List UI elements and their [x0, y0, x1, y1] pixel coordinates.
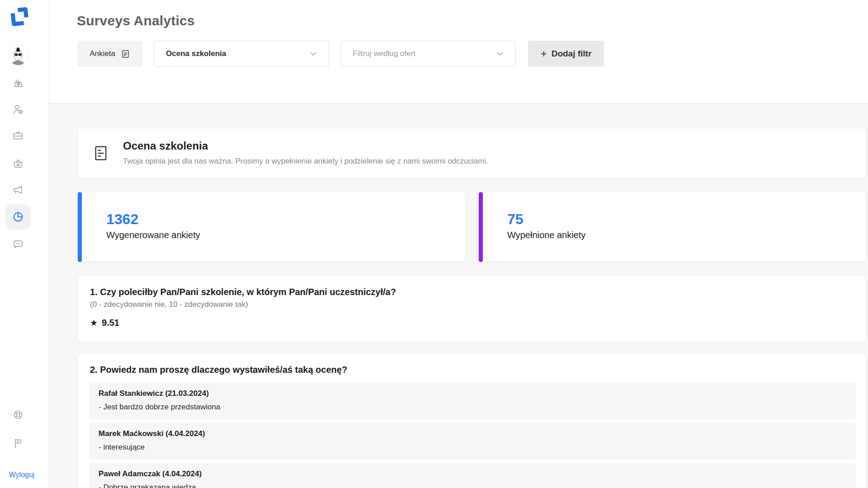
pie-chart-icon [12, 211, 24, 223]
answer-author: Marek Maćkowski (4.04.2024) [99, 429, 205, 438]
survey-type-chip[interactable]: Ankieta [77, 41, 142, 67]
answer-author: Rafał Stankiewicz (21.03.2024) [99, 389, 209, 398]
question-1-card: 1. Czy poleciłby Pan/Pani szkolenie, w k… [77, 276, 867, 343]
offers-filter-placeholder: Filtruj według ofert [353, 49, 496, 58]
survey-description: Twoja opinia jest dla nas ważna. Prosimy… [123, 157, 488, 166]
survey-document-icon [94, 145, 108, 162]
sidebar-item-analytics[interactable] [5, 204, 31, 230]
answer-text: - interesujące [99, 443, 145, 452]
logout-link[interactable]: Wyloguj [0, 471, 43, 479]
stat-card-completed: 75 Wypełnione ankiety [478, 192, 867, 262]
user-avatar[interactable] [8, 45, 28, 66]
answer-text: - Jest bardzo dobrze przedstawiona [99, 403, 220, 412]
question-title: 1. Czy poleciłby Pan/Pani szkolenie, w k… [90, 287, 396, 297]
question-rating: ★ 9.51 [90, 318, 119, 328]
answer-row: Marek Maćkowski (4.04.2024) - interesują… [89, 423, 856, 460]
plus-icon: + [541, 48, 547, 59]
surveys-analytics-page: Wyloguj Surveys Analytics Ankieta Ocena … [0, 0, 868, 488]
chevron-down-icon [310, 52, 317, 56]
survey-header-card: Ocena szkolenia Twoja opinia jest dla na… [77, 128, 867, 178]
answer-author: Paweł Adamczak (4.04.2024) [99, 469, 202, 479]
app-logo-icon[interactable] [8, 6, 30, 28]
sidebar-item-megaphone-icon[interactable] [12, 183, 24, 196]
question-2-card: 2. Powiedz nam proszę dlaczego wystawiłe… [77, 353, 867, 488]
survey-select-value: Ocena szkolenia [166, 49, 310, 58]
stat-label: Wypełnione ankiety [507, 230, 585, 240]
page-title: Surveys Analytics [77, 13, 195, 28]
stat-value: 75 [507, 211, 524, 228]
star-icon: ★ [90, 318, 98, 328]
sidebar-item-users-icon[interactable] [12, 103, 24, 116]
rating-value: 9.51 [102, 318, 119, 328]
stat-card-generated: 1362 Wygenerowane ankiety [77, 192, 466, 262]
question-scale-hint: (0 - zdecydowanie nie, 10 - zdecydowanie… [90, 300, 248, 309]
question-title: 2. Powiedz nam proszę dlaczego wystawiłe… [90, 365, 347, 375]
answer-text: - Dobrze przekazana wiedza [99, 483, 196, 488]
sidebar-item-help-lifebuoy-icon[interactable] [12, 408, 24, 421]
survey-title: Ocena szkolenia [123, 140, 208, 152]
add-filter-label: Dodaj filtr [552, 49, 592, 59]
main-content: Ocena szkolenia Twoja opinia jest dla na… [48, 103, 868, 488]
accent-bar [479, 192, 483, 262]
survey-type-label: Ankieta [90, 49, 115, 58]
survey-doc-icon [121, 49, 130, 59]
sidebar-item-flag-icon[interactable] [12, 437, 24, 450]
stat-value: 1362 [106, 211, 138, 228]
chevron-down-icon [496, 52, 504, 56]
sidebar-item-briefcase-icon[interactable] [12, 129, 24, 142]
sidebar-item-dashboard-meter-icon[interactable] [12, 76, 24, 89]
offers-filter-select[interactable]: Filtruj według ofert [340, 41, 516, 67]
answer-row: Paweł Adamczak (4.04.2024) - Dobrze prze… [89, 463, 856, 488]
accent-bar [78, 192, 82, 262]
add-filter-button[interactable]: + Dodaj filtr [528, 41, 604, 67]
answer-row: Rafał Stankiewicz (21.03.2024) - Jest ba… [89, 383, 856, 419]
stat-label: Wygenerowane ankiety [106, 230, 200, 240]
filter-row: Ankieta Ocena szkolenia Filtruj według o… [0, 41, 868, 67]
sidebar: Wyloguj [0, 0, 48, 488]
survey-select[interactable]: Ocena szkolenia [154, 41, 329, 67]
sidebar-item-basket-icon[interactable] [12, 157, 24, 170]
sidebar-item-chat-icon[interactable] [12, 238, 24, 250]
